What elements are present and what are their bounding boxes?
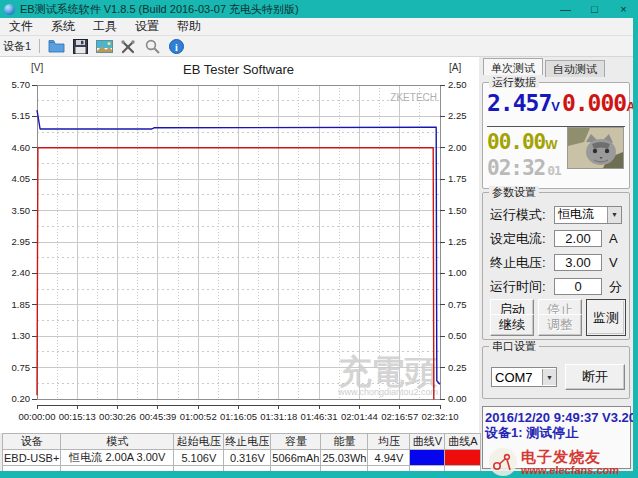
left-tick-label: 0.75	[12, 362, 31, 373]
cell[interactable]: 25.03Wh	[321, 450, 368, 466]
tab-auto-test[interactable]: 自动测试	[545, 60, 605, 77]
title-bar: EB测试系统软件 V1.8.5 (Build 2016-03-07 充电头特别版…	[0, 0, 638, 18]
cell[interactable]: 5.106V	[174, 450, 224, 466]
run-time-label: 运行时间:	[490, 278, 554, 296]
monitor-button[interactable]: 监测	[586, 299, 626, 336]
status-datetime: 2016/12/20 9:49:37 V3.20	[485, 410, 628, 425]
test-mode-tabs: 单次测试自动测试	[483, 58, 607, 75]
run-mode-label: 运行模式:	[490, 206, 554, 224]
open-folder-icon[interactable]	[45, 37, 67, 55]
chongdiantou-watermark: 充電頭	[338, 353, 438, 390]
left-tick-label: 2.40	[12, 267, 31, 278]
cell[interactable]	[410, 450, 445, 466]
continue-button[interactable]: 继续	[490, 314, 534, 336]
set-current-label: 设定电流:	[490, 230, 554, 248]
left-tick-label: 2.95	[12, 236, 31, 247]
zoom-icon[interactable]	[141, 37, 163, 55]
voltage-display: 2.457	[487, 92, 551, 115]
elecfans-url: www.elecfans.com	[521, 464, 619, 476]
set-current-input[interactable]: 2.00	[554, 230, 602, 247]
run-time-unit: 分	[609, 278, 622, 296]
cell[interactable]: 5066mAh	[271, 450, 321, 466]
chevron-down-icon: ▼	[542, 369, 556, 385]
x-tick-label: 01:31:18	[260, 411, 297, 422]
left-tick-label: 3.50	[12, 205, 31, 216]
voltage-unit: V	[551, 99, 560, 114]
chevron-down-icon: ▼	[607, 207, 621, 223]
set-current-row: 设定电流: 2.00 A	[490, 229, 618, 248]
com-port-select[interactable]: COM7 ▼	[491, 367, 557, 387]
col-header: 能量	[321, 434, 368, 450]
time-display: 02:32	[487, 158, 545, 179]
col-header: 设备	[3, 434, 61, 450]
info-icon[interactable]: i	[165, 37, 187, 55]
run-mode-select[interactable]: 恒电流 ▼	[554, 206, 622, 224]
elecfans-watermark: 电子发烧友 www.elecfans.com	[487, 446, 637, 478]
adjust-button[interactable]: 调整	[538, 314, 582, 336]
cat-photo	[567, 127, 624, 169]
x-tick-label: 00:15:13	[59, 411, 96, 422]
right-tick-label: 2.50	[448, 79, 467, 90]
left-tick-label: 5.15	[12, 110, 31, 121]
cell[interactable]: EBD-USB+	[3, 450, 61, 466]
serial-settings-title: 串口设置	[489, 340, 539, 352]
power-unit: W	[545, 137, 557, 152]
param-settings-title: 参数设置	[489, 186, 539, 198]
col-header: 模式	[61, 434, 174, 450]
menu-item-2[interactable]: 工具	[84, 18, 126, 36]
cell[interactable]	[445, 450, 481, 466]
svg-text:i: i	[175, 41, 178, 52]
run-time-input[interactable]: 0	[554, 278, 602, 295]
left-tick-label: 1.85	[12, 299, 31, 310]
x-tick-label: 02:16:57	[381, 411, 418, 422]
device-selector[interactable]: 设备1	[0, 39, 35, 54]
voltage-current-chart: EB Tester Software[V][A]ZKETECH充電頭www.ch…	[0, 57, 479, 433]
param-settings-group: 参数设置 运行模式: 恒电流 ▼ 设定电流: 2.00 A 终止电压: 3.00…	[482, 192, 630, 340]
left-tick-label: 5.70	[12, 79, 31, 90]
x-tick-label: 02:01:44	[341, 411, 378, 422]
menu-item-4[interactable]: 帮助	[168, 18, 210, 36]
right-tick-label: 1.75	[448, 173, 467, 184]
chongdiantou-url: www.chongdiantou2.com	[337, 387, 438, 397]
left-tick-label: 4.60	[12, 142, 31, 153]
col-header: 容量	[271, 434, 321, 450]
cell[interactable]: 4.94V	[368, 450, 410, 466]
left-tick-label: 0.20	[12, 393, 31, 404]
minimize-button[interactable]: —	[551, 0, 580, 18]
left-tick-label: 1.30	[12, 330, 31, 341]
chart-title: EB Tester Software	[183, 62, 294, 77]
right-tick-label: 1.25	[448, 236, 467, 247]
elecfans-name: 电子发烧友	[521, 449, 619, 464]
power-readout: 00.00 W	[487, 132, 558, 153]
right-tick-label: 1.50	[448, 205, 467, 216]
tools-icon[interactable]	[117, 37, 139, 55]
tab-single-test[interactable]: 单次测试	[483, 58, 543, 75]
menu-bar: 文件系统工具设置帮助	[0, 18, 633, 36]
right-tick-label: 2.00	[448, 142, 467, 153]
col-header: 终止电压	[224, 434, 271, 450]
right-tick-label: 0.25	[448, 362, 467, 373]
serial-settings-group: 串口设置 COM7 ▼ 断开	[482, 346, 630, 399]
cell[interactable]: 恒电流 2.00A 3.00V	[61, 450, 174, 466]
menu-item-0[interactable]: 文件	[0, 18, 42, 36]
app-icon	[4, 4, 15, 15]
menu-item-1[interactable]: 系统	[42, 18, 84, 36]
left-axis-unit: [V]	[31, 62, 43, 73]
zketech-watermark: ZKETECH	[390, 92, 437, 103]
cell[interactable]: 0.316V	[224, 450, 271, 466]
right-tick-label: 0.00	[448, 393, 467, 404]
current-display: 0.000	[562, 92, 626, 115]
menu-item-3[interactable]: 设置	[126, 18, 168, 36]
disconnect-button[interactable]: 断开	[565, 364, 625, 390]
cutoff-voltage-row: 终止电压: 3.00 V	[490, 253, 618, 272]
x-tick-label: 01:00:52	[180, 411, 217, 422]
save-icon[interactable]	[69, 37, 91, 55]
maximize-button[interactable]: □	[580, 0, 609, 18]
toolbar: 设备1 i	[0, 36, 633, 57]
export-image-icon[interactable]	[93, 37, 115, 55]
results-table: 设备模式起始电压终止电压容量能量均压曲线V曲线AEBD-USB+恒电流 2.00…	[2, 433, 481, 475]
power-display: 00.00	[487, 132, 545, 153]
cutoff-voltage-input[interactable]: 3.00	[554, 254, 602, 271]
control-panel: 单次测试自动测试 运行数据 2.457 V 0.000 A 00.00 W 02…	[479, 57, 633, 471]
right-tick-label: 0.75	[448, 299, 467, 310]
